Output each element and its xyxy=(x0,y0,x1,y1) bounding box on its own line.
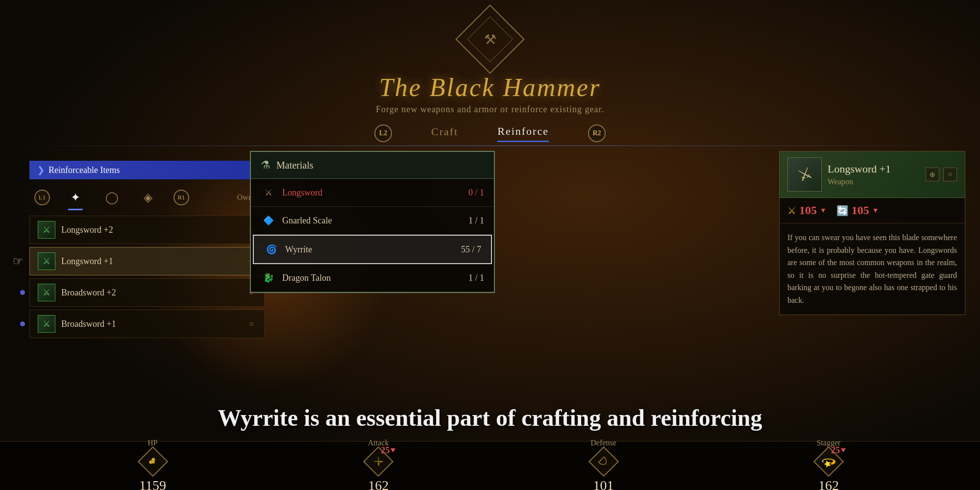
materials-header: ⚗ Materials xyxy=(251,152,494,179)
attack-icon-wrap: ⚔ 25 xyxy=(366,449,391,474)
item-icon-longsword1: ⚔ xyxy=(38,252,55,270)
material-icon-dragon: 🐉 xyxy=(261,270,276,286)
material-icon-wyrrite: 🌀 xyxy=(264,242,279,257)
item-owned-broadsword1: ○ xyxy=(246,319,256,328)
secondary-delta: ▼ xyxy=(872,207,879,215)
nav-divider xyxy=(0,146,980,146)
list-item[interactable]: ☞ ⚔ Longsword +1 ○ xyxy=(29,247,265,275)
filter-tabs: L1 ✦ ◯ ◈ R1 Owned xyxy=(29,187,265,208)
item-icon-broadsword2: ⚔ xyxy=(38,284,55,301)
section-header: ❯ Reinforceable Items xyxy=(29,161,265,179)
material-count-scale: 1 / 1 xyxy=(468,216,484,226)
section-arrow-icon: ❯ xyxy=(37,165,45,175)
material-row: 🔷 Gnarled Scale 1 / 1 xyxy=(251,207,494,235)
dot-indicator xyxy=(20,321,25,326)
header: ⚒ The Black Hammer Forge new weapons and… xyxy=(0,0,980,115)
item-name-longsword2: Longsword +2 xyxy=(61,225,241,235)
attack-value: 105 xyxy=(799,204,817,217)
secondary-value: 105 xyxy=(852,204,869,217)
list-item[interactable]: ⚔ Broadsword +1 ○ xyxy=(29,310,265,338)
tab-craft[interactable]: Craft xyxy=(431,125,458,141)
anvil-icon: ⚒ xyxy=(484,31,496,48)
filter-weapon[interactable]: ✦ xyxy=(65,187,86,208)
materials-popup: ⚗ Materials ⚔ Longsword 0 / 1 🔷 Gnarled … xyxy=(250,151,495,293)
item-icon-longsword2: ⚔ xyxy=(38,221,55,239)
detail-item-type: Weapon xyxy=(828,177,891,186)
main-content: ❯ Reinforceable Items L1 ✦ ◯ ◈ R1 Owned … xyxy=(0,151,980,351)
filter-r1-button[interactable]: R1 xyxy=(173,190,189,205)
nav-l2-button[interactable]: L2 xyxy=(374,124,392,142)
detail-info-button[interactable]: ○ xyxy=(943,168,957,181)
item-list: ⚔ Longsword +2 ○ ☞ ⚔ Longsword +1 ○ ⚔ Br… xyxy=(29,216,265,338)
down-arrow-icon xyxy=(391,448,395,452)
logo-inner: ⚒ xyxy=(467,16,513,62)
stagger-delta-badge: 25 xyxy=(831,445,846,456)
attack-delta: ▼ xyxy=(820,207,827,215)
stat-stagger-bottom: Stagger 💫 25 162 xyxy=(816,439,841,490)
detail-item-name: Longsword +1 xyxy=(828,163,891,175)
detail-panel: ⚔ Longsword +1 Weapon ⊕ ○ ⚔ 105 ▼ 🔄 105 … xyxy=(779,151,965,315)
attack-delta-badge: 25 xyxy=(381,445,395,456)
materials-title: Materials xyxy=(276,160,314,171)
left-panel: ❯ Reinforceable Items L1 ✦ ◯ ◈ R1 Owned … xyxy=(29,161,265,341)
detail-header: ⚔ Longsword +1 Weapon ⊕ ○ xyxy=(780,151,965,198)
material-row-wyrrite: 🌀 Wyrrite 55 / 7 xyxy=(253,235,492,264)
tab-reinforce[interactable]: Reinforce xyxy=(497,125,549,142)
nav-r2-button[interactable]: R2 xyxy=(588,124,606,142)
stat-hp: HP ❤ 1159 xyxy=(139,439,166,490)
item-name-longsword1: Longsword +1 xyxy=(61,256,241,267)
material-name-wyrrite: Wyrrite xyxy=(285,245,455,255)
material-row: 🐉 Dragon Talon 1 / 1 xyxy=(251,264,494,292)
stagger-value: 162 xyxy=(818,478,839,490)
bottom-caption: Wyrrite is an essential part of crafting… xyxy=(0,404,980,431)
stat-secondary: 🔄 105 ▼ xyxy=(836,204,879,217)
material-name-dragon: Dragon Talon xyxy=(282,273,463,283)
logo-diamond: ⚒ xyxy=(455,4,524,74)
list-item[interactable]: ⚔ Longsword +2 ○ xyxy=(29,216,265,244)
material-name-longsword: Longsword xyxy=(282,188,463,198)
list-item[interactable]: ⚔ Broadsword +2 ○ xyxy=(29,278,265,307)
attack-value-bottom: 162 xyxy=(368,478,389,490)
bottom-stats-bar: HP ❤ 1159 Attack ⚔ 25 162 Defense 🛡 101 … xyxy=(0,441,980,490)
material-count-dragon: 1 / 1 xyxy=(468,273,484,283)
material-row: ⚔ Longsword 0 / 1 xyxy=(251,179,494,207)
detail-compare-button[interactable]: ⊕ xyxy=(926,168,939,181)
hp-icon-wrap: ❤ xyxy=(141,449,165,474)
detail-item-image: ⚔ xyxy=(787,157,822,192)
material-icon-longsword: ⚔ xyxy=(261,185,276,200)
item-icon-broadsword1: ⚔ xyxy=(38,315,55,333)
defense-icon-wrap: 🛡 xyxy=(591,449,616,474)
filter-l1-button[interactable]: L1 xyxy=(34,190,50,205)
materials-icon: ⚗ xyxy=(261,159,270,172)
shop-title: The Black Hammer xyxy=(0,73,980,102)
hp-value: 1159 xyxy=(139,478,166,490)
detail-stats: ⚔ 105 ▼ 🔄 105 ▼ xyxy=(780,198,965,223)
detail-item-info: Longsword +1 Weapon xyxy=(828,163,891,186)
shop-subtitle: Forge new weapons and armor or reinforce… xyxy=(0,104,980,115)
defense-value: 101 xyxy=(593,478,614,490)
filter-ring[interactable]: ◯ xyxy=(101,187,122,208)
material-count-wyrrite: 55 / 7 xyxy=(461,245,481,255)
stat-defense-bottom: Defense 🛡 101 xyxy=(590,439,616,490)
material-name-scale: Gnarled Scale xyxy=(282,216,463,226)
material-icon-scale: 🔷 xyxy=(261,213,276,228)
item-name-broadsword2: Broadsword +2 xyxy=(61,288,241,298)
attack-icon: ⚔ xyxy=(787,205,796,217)
down-arrow-icon-2 xyxy=(841,448,846,452)
stat-attack: ⚔ 105 ▼ xyxy=(787,204,827,217)
item-name-broadsword1: Broadsword +1 xyxy=(61,319,241,329)
stat-attack-bottom: Attack ⚔ 25 162 xyxy=(366,439,391,490)
nav-tabs: L2 Craft Reinforce R2 xyxy=(0,124,980,146)
logo-container: ⚒ xyxy=(461,10,519,69)
cursor-icon: ☞ xyxy=(13,254,24,268)
detail-description: If you can swear you have seen this blad… xyxy=(780,223,965,315)
detail-actions: ⊕ ○ xyxy=(926,168,957,181)
filter-armor[interactable]: ◈ xyxy=(137,187,159,208)
section-title: Reinforceable Items xyxy=(49,165,120,175)
dot-indicator xyxy=(20,290,25,295)
secondary-icon: 🔄 xyxy=(836,205,849,217)
material-count-longsword: 0 / 1 xyxy=(468,188,484,198)
stagger-icon-wrap: 💫 25 xyxy=(816,449,841,474)
